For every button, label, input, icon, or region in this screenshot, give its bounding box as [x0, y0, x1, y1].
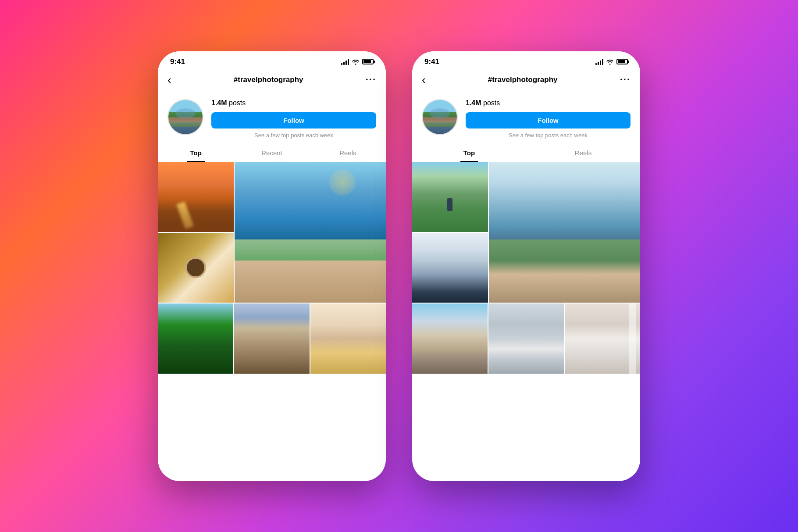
battery-icon-1 — [362, 59, 374, 64]
photo-cell-mountain-lake — [489, 162, 640, 303]
follow-button-1[interactable]: Follow — [211, 112, 376, 129]
status-time-2: 9:41 — [424, 57, 439, 66]
status-bar-1: 9:41 — [158, 51, 386, 70]
status-icons-2 — [595, 59, 628, 65]
signal-icon-2 — [595, 59, 603, 65]
posts-count-1: 1.4M posts — [211, 99, 376, 107]
photo-cell-room — [310, 303, 386, 374]
status-bar-2: 9:41 — [412, 51, 640, 70]
wifi-icon-1 — [352, 59, 360, 65]
signal-icon-1 — [341, 59, 349, 65]
photo-cell-forest — [158, 303, 233, 374]
profile-info-1: 1.4M posts Follow See a few top posts ea… — [211, 99, 376, 139]
photo-cell-desert — [158, 162, 234, 232]
photo-cell-ruins — [234, 303, 310, 374]
phone-2: 9:41 ‹ #travelphotography ··· — [412, 51, 640, 481]
photo-cell-airport — [412, 233, 488, 303]
tab-top-1[interactable]: Top — [158, 144, 234, 162]
tabs-2: Top Reels — [412, 144, 640, 162]
tab-reels-2[interactable]: Reels — [526, 144, 640, 162]
tabs-1: Top Recent Reels — [158, 144, 386, 162]
page-title-2: #travelphotography — [488, 75, 558, 84]
photo-grid-1 — [158, 162, 386, 481]
photo-grid-2 — [412, 162, 640, 481]
follow-button-2[interactable]: Follow — [466, 112, 631, 129]
grid-row-bottom-2 — [412, 303, 640, 374]
hashtag-avatar-2 — [422, 99, 458, 135]
photo-cell-laptop — [488, 303, 564, 374]
grid-left-col-2 — [412, 162, 488, 303]
grid-row-top-1 — [158, 162, 386, 303]
tab-top-2[interactable]: Top — [412, 144, 526, 162]
profile-info-2: 1.4M posts Follow See a few top posts ea… — [466, 99, 631, 139]
posts-count-2: 1.4M posts — [466, 99, 631, 107]
back-button-2[interactable]: ‹ — [422, 73, 426, 87]
phone-1: 9:41 ‹ #travelphotography ··· — [158, 51, 386, 481]
battery-icon-2 — [616, 59, 628, 64]
tab-reels-1[interactable]: Reels — [310, 144, 386, 162]
follow-hint-2: See a few top posts each week — [466, 132, 631, 139]
profile-section-2: 1.4M posts Follow See a few top posts ea… — [412, 92, 640, 144]
back-button-1[interactable]: ‹ — [167, 73, 171, 87]
profile-section-1: 1.4M posts Follow See a few top posts ea… — [158, 92, 386, 144]
photo-cell-coffee — [158, 233, 234, 303]
tab-recent-1[interactable]: Recent — [234, 144, 310, 162]
wifi-icon-2 — [606, 59, 614, 65]
status-icons-1 — [341, 59, 374, 65]
grid-left-col-1 — [158, 162, 234, 303]
status-time-1: 9:41 — [170, 57, 185, 66]
photo-cell-curtain — [565, 303, 640, 374]
nav-bar-2: ‹ #travelphotography ··· — [412, 70, 640, 92]
more-button-2[interactable]: ··· — [620, 75, 631, 85]
nav-bar-1: ‹ #travelphotography ··· — [158, 70, 386, 92]
grid-row-top-2 — [412, 162, 640, 303]
grid-row-bottom-1 — [158, 303, 386, 374]
more-button-1[interactable]: ··· — [366, 75, 376, 85]
page-title-1: #travelphotography — [234, 75, 303, 84]
follow-hint-1: See a few top posts each week — [211, 132, 376, 139]
photo-cell-hiker — [412, 162, 488, 232]
hashtag-avatar-1 — [167, 99, 203, 135]
photo-cell-arch — [412, 303, 488, 374]
photo-cell-seascape — [235, 162, 386, 303]
